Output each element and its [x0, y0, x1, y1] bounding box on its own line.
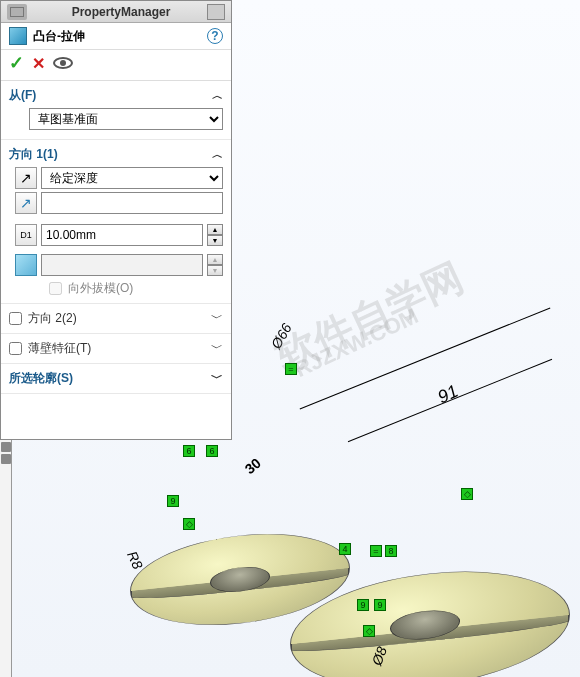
- section-head-dir1[interactable]: 方向 1(1) ︿: [9, 146, 223, 163]
- property-manager-panel: PropertyManager 凸台-拉伸 ? ✓ ✕ 从(F) ︿ 草图基准面…: [0, 0, 232, 440]
- panel-splitter[interactable]: [0, 440, 12, 677]
- splitter-handle-1[interactable]: [1, 442, 11, 452]
- chevron-down-icon: ﹀: [211, 310, 223, 327]
- draft-spinner: ▲ ▼: [207, 254, 223, 276]
- draft-outward-checkbox: [49, 282, 62, 295]
- dir1-selection-row: ↗: [15, 192, 223, 214]
- section-thin-feature[interactable]: 薄壁特征(T) ﹀: [1, 334, 231, 364]
- chevron-up-icon: ︿: [212, 88, 223, 103]
- draft-input: [41, 254, 203, 276]
- draft-outward-label: 向外拔模(O): [68, 280, 133, 297]
- dir2-enable-checkbox[interactable]: [9, 312, 22, 325]
- section-label: 薄壁特征(T): [28, 340, 91, 357]
- draft-outward-row: 向外拔模(O): [49, 280, 223, 297]
- relation-marker[interactable]: 4: [339, 543, 351, 555]
- spin-down: ▼: [207, 265, 223, 276]
- splitter-handle-2[interactable]: [1, 454, 11, 464]
- feature-header: 凸台-拉伸 ?: [1, 23, 231, 50]
- relation-marker[interactable]: =: [370, 545, 382, 557]
- watermark-sub: RJZXW.COM: [291, 303, 423, 383]
- dim-d66: Ø66: [268, 321, 295, 352]
- thin-enable-checkbox[interactable]: [9, 342, 22, 355]
- panel-titlebar: PropertyManager: [1, 1, 231, 23]
- ok-button[interactable]: ✓: [9, 52, 24, 74]
- depth-icon: D1: [15, 224, 37, 246]
- section-direction1: 方向 1(1) ︿ ↗ 给定深度 ↗ D1 ▲ ▼ ▲ ▼: [1, 140, 231, 304]
- chevron-down-icon: ﹀: [211, 340, 223, 357]
- relation-marker[interactable]: =: [285, 363, 297, 375]
- draft-icon[interactable]: [15, 254, 37, 276]
- panel-title: PropertyManager: [35, 5, 207, 19]
- depth-spinner: ▲ ▼: [207, 224, 223, 246]
- cancel-button[interactable]: ✕: [32, 54, 45, 73]
- section-from: 从(F) ︿ 草图基准面: [1, 81, 231, 140]
- pm-logo-icon: [7, 4, 27, 20]
- spin-up: ▲: [207, 254, 223, 265]
- relation-marker[interactable]: 9: [357, 599, 369, 611]
- section-head-from[interactable]: 从(F) ︿: [9, 87, 223, 104]
- relation-marker[interactable]: 9: [374, 599, 386, 611]
- dim-line: [300, 307, 551, 409]
- help-icon[interactable]: ?: [207, 28, 223, 44]
- section-label: 从(F): [9, 87, 36, 104]
- pin-icon[interactable]: [207, 4, 225, 20]
- relation-marker[interactable]: 9: [167, 495, 179, 507]
- watermark: 软件自学网: [268, 250, 473, 384]
- feature-name: 凸台-拉伸: [33, 28, 85, 45]
- spin-up[interactable]: ▲: [207, 224, 223, 235]
- from-condition-row: 草图基准面: [29, 108, 223, 130]
- detailed-preview-icon[interactable]: [53, 57, 73, 69]
- from-condition-select[interactable]: 草图基准面: [29, 108, 223, 130]
- reverse-direction-icon[interactable]: ↗: [15, 167, 37, 189]
- dir1-draft-row: ▲ ▼: [15, 254, 223, 276]
- extrude-icon: [9, 27, 27, 45]
- direction-selection-input[interactable]: [41, 192, 223, 214]
- section-label: 方向 1(1): [9, 146, 58, 163]
- section-direction2[interactable]: 方向 2(2) ﹀: [1, 304, 231, 334]
- dir1-depth-row: D1 ▲ ▼: [15, 224, 223, 246]
- depth-input[interactable]: [41, 224, 203, 246]
- chevron-up-icon: ︿: [212, 147, 223, 162]
- spin-down[interactable]: ▼: [207, 235, 223, 246]
- relation-marker[interactable]: ◇: [461, 488, 473, 500]
- relation-marker[interactable]: 6: [183, 445, 195, 457]
- relation-marker[interactable]: ◇: [183, 518, 195, 530]
- section-label: 方向 2(2): [28, 310, 77, 327]
- relation-marker[interactable]: 6: [206, 445, 218, 457]
- dir1-end-row: ↗ 给定深度: [15, 167, 223, 189]
- relation-marker[interactable]: 8: [385, 545, 397, 557]
- section-selected-contours[interactable]: 所选轮廓(S) ﹀: [1, 364, 231, 394]
- section-label: 所选轮廓(S): [9, 370, 73, 387]
- relation-marker[interactable]: ◇: [363, 625, 375, 637]
- direction-vector-icon[interactable]: ↗: [15, 192, 37, 214]
- action-row: ✓ ✕: [1, 50, 231, 81]
- chevron-down-icon: ﹀: [211, 370, 223, 387]
- end-condition-select[interactable]: 给定深度: [41, 167, 223, 189]
